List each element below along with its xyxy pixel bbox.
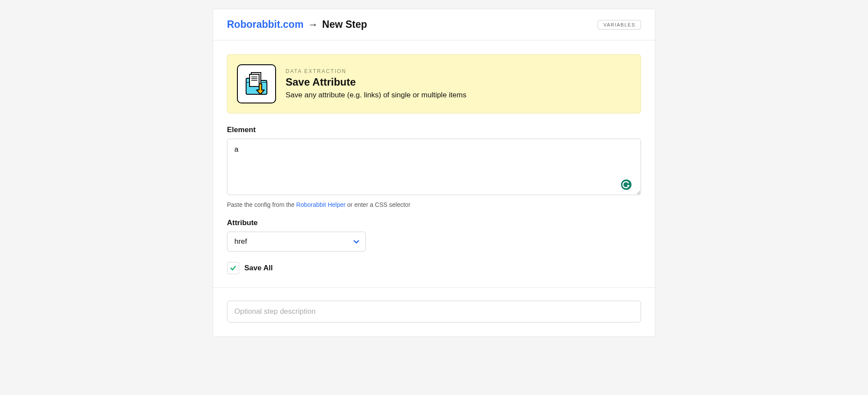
- helper-link[interactable]: Roborabbit Helper: [296, 201, 346, 208]
- step-title: Save Attribute: [286, 76, 467, 88]
- save-all-label: Save All: [244, 264, 273, 272]
- breadcrumb: Roborabbit.com → New Step: [227, 19, 367, 30]
- check-icon: [230, 265, 237, 272]
- step-type-card: DATA EXTRACTION Save Attribute Save any …: [227, 54, 641, 113]
- panel-header: Roborabbit.com → New Step VARIABLES: [213, 9, 655, 40]
- step-category: DATA EXTRACTION: [286, 68, 467, 74]
- arrow-right-icon: →: [308, 19, 318, 30]
- attribute-select[interactable]: href: [227, 232, 366, 252]
- variables-button[interactable]: VARIABLES: [598, 20, 641, 30]
- element-input[interactable]: [227, 139, 641, 195]
- element-helper-text: Paste the config from the Roborabbit Hel…: [227, 201, 641, 208]
- step-description-input[interactable]: [227, 301, 641, 322]
- step-description: Save any attribute (e.g. links) of singl…: [286, 91, 467, 100]
- step-meta: DATA EXTRACTION Save Attribute Save any …: [286, 68, 467, 100]
- breadcrumb-current: New Step: [322, 19, 367, 30]
- step-editor-panel: Roborabbit.com → New Step VARIABLES: [213, 9, 655, 337]
- save-all-checkbox[interactable]: [227, 262, 239, 274]
- save-attribute-folder-icon: [237, 64, 276, 103]
- attribute-label: Attribute: [227, 219, 641, 227]
- breadcrumb-root-link[interactable]: Roborabbit.com: [227, 19, 303, 30]
- section-divider: [213, 287, 655, 288]
- save-all-row: Save All: [227, 262, 641, 274]
- panel-body: DATA EXTRACTION Save Attribute Save any …: [213, 40, 655, 336]
- element-label: Element: [227, 126, 641, 134]
